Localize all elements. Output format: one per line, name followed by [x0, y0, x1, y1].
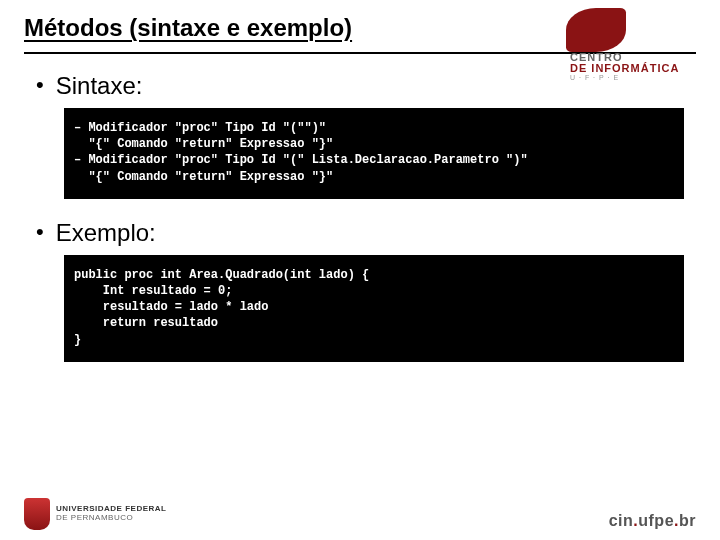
logo-ufpe: UNIVERSIDADE FEDERAL DE PERNAMBUCO [24, 498, 166, 530]
ufpe-line2: DE PERNAMBUCO [56, 514, 166, 523]
logo-text: CENTRO DE INFORMÁTICA U · F · P · E [570, 52, 679, 81]
cin-text: cin [609, 512, 634, 529]
logo-centro-informatica: CENTRO DE INFORMÁTICA U · F · P · E [566, 8, 696, 58]
logo-line3: U · F · P · E [570, 74, 679, 81]
ufpe-text: ufpe [638, 512, 674, 529]
cin-url: cin.ufpe.br [609, 512, 696, 530]
ufpe-text: UNIVERSIDADE FEDERAL DE PERNAMBUCO [56, 505, 166, 523]
swoosh-icon [566, 8, 626, 52]
content: • Sintaxe: – Modificador "proc" Tipo Id … [0, 54, 720, 362]
sintaxe-label: Sintaxe: [56, 72, 143, 100]
bullet-dot-icon: • [36, 219, 44, 245]
br-text: br [679, 512, 696, 529]
exemplo-code-block: public proc int Area.Quadrado(int lado) … [64, 255, 684, 362]
slide-title: Métodos (sintaxe e exemplo) [24, 14, 352, 41]
logo-line2: DE INFORMÁTICA [570, 63, 679, 74]
exemplo-label: Exemplo: [56, 219, 156, 247]
bullet-exemplo: • Exemplo: [36, 219, 684, 247]
shield-icon [24, 498, 50, 530]
footer: UNIVERSIDADE FEDERAL DE PERNAMBUCO cin.u… [24, 498, 696, 530]
sintaxe-code-block: – Modificador "proc" Tipo Id "("")" "{" … [64, 108, 684, 199]
bullet-dot-icon: • [36, 72, 44, 98]
slide: CENTRO DE INFORMÁTICA U · F · P · E Méto… [0, 0, 720, 540]
